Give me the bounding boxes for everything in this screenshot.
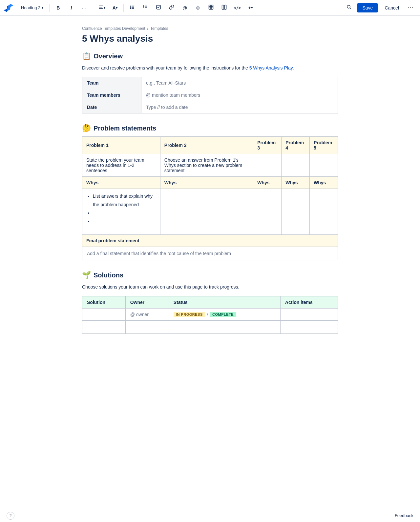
text-color-button[interactable]: A ▾	[110, 3, 120, 13]
align-icon	[98, 5, 104, 11]
numbered-list-button[interactable]: 1.2.	[140, 3, 151, 13]
svg-rect-4	[132, 6, 134, 7]
bullet-list-button[interactable]	[127, 3, 137, 13]
table-button[interactable]	[206, 3, 216, 13]
whys3-content[interactable]	[253, 189, 282, 235]
solutions-heading-text: Solutions	[94, 271, 123, 279]
owner2-value[interactable]	[125, 320, 169, 333]
whys2-content[interactable]	[160, 189, 253, 235]
align-button[interactable]: ▾	[96, 3, 107, 13]
whys2-header: Whys	[160, 177, 253, 189]
whys1-content[interactable]: List answers that explain why the proble…	[82, 189, 160, 235]
solutions-header-row: Solution Owner Status Action items	[82, 296, 338, 308]
solutions-body: Choose solutions your team can work on a…	[82, 283, 338, 291]
breadcrumb: Confluence Templates Development / Templ…	[82, 26, 338, 31]
numbered-list-icon: 1.2.	[143, 5, 148, 11]
italic-button[interactable]: I	[66, 3, 76, 13]
svg-rect-2	[99, 8, 103, 9]
svg-rect-6	[132, 7, 134, 8]
code-button[interactable]: </>	[232, 3, 242, 13]
status-cell-wrapper: IN PROGRESS / COMPLETE	[174, 312, 276, 317]
heading-select[interactable]: Heading 2 ▾	[18, 4, 46, 11]
more-format-button[interactable]: ...	[79, 3, 90, 13]
overview-emoji: 📋	[82, 52, 91, 60]
problem-heading-text: Problem statements	[94, 125, 156, 132]
chevron-down-icon-color: ▾	[116, 6, 117, 10]
team-label: Team	[82, 77, 141, 89]
solution1-value[interactable]	[82, 308, 126, 320]
layout-button[interactable]	[219, 3, 229, 13]
breadcrumb-separator: /	[147, 26, 148, 31]
solutions-row-1: @ owner IN PROGRESS / COMPLETE	[82, 308, 338, 320]
whys5-content[interactable]	[310, 189, 338, 235]
complete-badge[interactable]: COMPLETE	[210, 312, 236, 317]
solution2-value[interactable]	[82, 320, 126, 333]
status1-cell: IN PROGRESS / COMPLETE	[169, 308, 280, 320]
problem4-desc[interactable]	[282, 154, 310, 177]
date-value[interactable]: Type // to add a date	[141, 101, 338, 113]
svg-rect-20	[224, 5, 226, 10]
link-button[interactable]	[166, 3, 177, 13]
problem1-desc[interactable]: State the problem your team needs to add…	[82, 154, 160, 177]
bold-button[interactable]: B	[53, 3, 63, 13]
cancel-button[interactable]: Cancel	[381, 3, 403, 12]
team-value[interactable]: e.g., Team All-Stars	[141, 77, 338, 89]
list-item[interactable]	[93, 209, 156, 217]
list-item[interactable]: List answers that explain why the proble…	[93, 192, 156, 209]
overview-body: Discover and resolve problems with your …	[82, 64, 338, 71]
bullet-list-icon	[130, 5, 135, 11]
overflow-menu-button[interactable]: ···	[406, 3, 416, 13]
svg-rect-1	[99, 7, 102, 8]
action-items2-value[interactable]	[280, 320, 338, 333]
team-members-value[interactable]: @ mention team members	[141, 89, 338, 101]
chevron-down-icon: ▾	[42, 6, 43, 10]
whys-content-row: List answers that explain why the proble…	[82, 189, 338, 235]
overview-heading: 📋 Overview	[82, 52, 338, 60]
overview-heading-text: Overview	[94, 52, 123, 60]
problem2-header: Problem 2	[160, 137, 253, 154]
in-progress-badge[interactable]: IN PROGRESS	[174, 312, 205, 317]
status2-cell[interactable]	[169, 320, 280, 333]
save-button[interactable]: Save	[357, 3, 378, 12]
list-item[interactable]	[93, 217, 156, 225]
content-area: Confluence Templates Development / Templ…	[69, 16, 351, 371]
search-icon	[346, 5, 352, 11]
overflow-icon: ···	[408, 5, 414, 10]
layout-icon	[221, 5, 227, 11]
breadcrumb-part2[interactable]: Templates	[150, 26, 168, 31]
whys3-header: Whys	[253, 177, 282, 189]
final-problem-row: Final problem statement	[82, 235, 338, 247]
page-title[interactable]: 5 Whys analysis	[82, 33, 338, 44]
problem5-header: Problem 5	[310, 137, 338, 154]
svg-line-22	[350, 8, 351, 10]
final-problem-content[interactable]: Add a final statement that identifies th…	[82, 247, 338, 260]
emoji-button[interactable]: ☺	[193, 3, 203, 13]
problem3-desc[interactable]	[253, 154, 282, 177]
toolbar-divider-1	[49, 4, 50, 12]
breadcrumb-part1[interactable]: Confluence Templates Development	[82, 26, 145, 31]
whys5-header: Whys	[310, 177, 338, 189]
svg-point-3	[130, 6, 131, 7]
action-items1-value[interactable]	[280, 308, 338, 320]
table-row: Team members @ mention team members	[82, 89, 338, 101]
insert-plus-button[interactable]: +▾	[245, 3, 256, 13]
solution-col-header: Solution	[82, 296, 126, 308]
overview-link[interactable]: 5 Whys Analysis Play	[249, 65, 293, 70]
problem-statements-section: 🤔 Problem statements Problem 1 Problem 2…	[82, 124, 338, 260]
svg-rect-10	[145, 6, 147, 7]
search-button[interactable]	[344, 3, 354, 13]
task-button[interactable]	[153, 3, 164, 13]
team-members-label: Team members	[82, 89, 141, 101]
svg-rect-0	[99, 6, 103, 6]
owner1-value[interactable]: @ owner	[125, 308, 169, 320]
svg-rect-8	[132, 8, 134, 9]
status-col-header: Status	[169, 296, 280, 308]
mention-button[interactable]: @	[179, 3, 190, 13]
whys4-content[interactable]	[282, 189, 310, 235]
problem5-desc[interactable]	[310, 154, 338, 177]
problem2-desc[interactable]: Choose an answer from Problem 1's Whys s…	[160, 154, 253, 177]
svg-rect-12	[145, 7, 147, 8]
confluence-logo-icon	[4, 3, 13, 12]
text-color-icon: A	[113, 5, 116, 10]
problem-desc-row: State the problem your team needs to add…	[82, 154, 338, 177]
